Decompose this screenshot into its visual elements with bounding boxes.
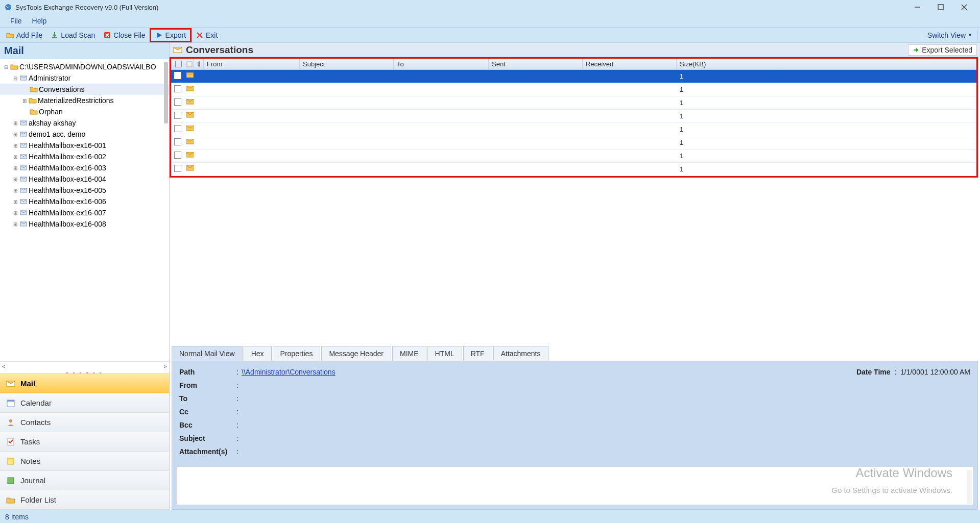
nav-notes[interactable]: Notes [0,452,169,471]
tree-hmb1[interactable]: ⊞ HealthMailbox-ex16-001 [0,140,169,151]
status-bar: 8 Items [0,510,980,523]
tree-orphan[interactable]: Orphan [0,106,169,117]
load-scan-button[interactable]: Load Scan [46,30,99,41]
tree-horizontal-scrollbar[interactable]: <> [0,361,169,370]
path-link[interactable]: \\Administrator\Conversations [242,368,336,376]
table-row[interactable]: 1 [171,136,976,150]
expand-icon[interactable]: ⊞ [12,210,18,216]
close-file-button[interactable]: Close File [99,30,149,41]
expand-icon[interactable]: ⊞ [12,199,18,205]
header-size[interactable]: Size(KB) [677,59,976,69]
expand-icon[interactable]: ⊞ [12,177,18,182]
exit-button[interactable]: Exit [192,30,222,41]
menu-help[interactable]: Help [27,15,52,27]
row-checkbox[interactable] [174,112,181,119]
nav-mail[interactable]: Mail [0,374,169,393]
add-file-button[interactable]: Add File [2,30,46,41]
header-attachment[interactable] [194,59,204,69]
exit-label: Exit [206,31,218,39]
tab-attachments[interactable]: Attachments [493,346,548,361]
tree-administrator[interactable]: ⊟ Administrator [0,72,169,84]
tree-hmb3[interactable]: ⊞ HealthMailbox-ex16-003 [0,162,169,173]
tab-html[interactable]: HTML [427,346,462,361]
expand-icon[interactable]: ⊞ [12,165,18,171]
row-checkbox[interactable] [174,125,181,132]
row-checkbox[interactable] [174,72,181,79]
tab-rtf[interactable]: RTF [463,346,492,361]
tree-label: Orphan [39,108,63,116]
header-to[interactable]: To [394,59,489,69]
tree-hmb8[interactable]: ⊞ HealthMailbox-ex16-008 [0,218,169,230]
header-received[interactable]: Received [583,59,677,69]
expand-icon[interactable]: ⊞ [12,132,18,137]
row-checkbox[interactable] [174,165,181,172]
tree-akshay[interactable]: ⊞ akshay akshay [0,117,169,129]
export-button[interactable]: Export [150,28,192,42]
email-grid: From Subject To Sent Received Size(KB) 1… [170,57,978,178]
tree-hmb7[interactable]: ⊞ HealthMailbox-ex16-007 [0,207,169,218]
row-checkbox[interactable] [174,98,181,106]
row-size: 1 [677,86,976,93]
header-from[interactable]: From [204,59,300,69]
table-row[interactable]: 1 [171,83,976,96]
expand-icon[interactable]: ⊞ [12,188,18,193]
table-row[interactable]: 1 [171,150,976,163]
svg-rect-2 [938,5,943,10]
path-label: Path [179,368,236,376]
collapse-icon[interactable]: ⊟ [12,76,18,81]
table-row[interactable]: 1 [171,96,976,110]
folder-tree: ⊟ C:\USERS\ADMIN\DOWNLOADS\MAILBO ⊟ Admi… [0,59,169,361]
tree-demo1[interactable]: ⊞ demo1 acc. demo [0,129,169,140]
folder-icon [30,108,38,116]
header-subject[interactable]: Subject [300,59,394,69]
expand-icon[interactable]: ⊞ [12,154,18,160]
body-scrollbar[interactable] [967,470,972,504]
nav-journal[interactable]: Journal [0,471,169,490]
row-checkbox[interactable] [174,152,181,159]
tab-hex[interactable]: Hex [244,346,272,361]
table-row[interactable]: 1 [171,123,976,136]
table-row[interactable]: 1 [171,110,976,123]
header-flag[interactable] [183,59,194,69]
expand-icon[interactable]: ⊞ [12,143,18,148]
tree-hmb6[interactable]: ⊞ HealthMailbox-ex16-006 [0,196,169,207]
svg-point-0 [5,4,11,10]
mail-icon [186,152,194,160]
tree-root[interactable]: ⊟ C:\USERS\ADMIN\DOWNLOADS\MAILBO [0,61,169,72]
export-selected-button[interactable]: Export Selected [908,44,977,56]
row-checkbox[interactable] [174,85,181,92]
menu-file[interactable]: File [5,15,27,27]
tab-message-header[interactable]: Message Header [321,346,391,361]
tree-conversations[interactable]: Conversations [0,84,169,95]
header-checkbox[interactable] [171,59,183,69]
tree-hmb2[interactable]: ⊞ HealthMailbox-ex16-002 [0,151,169,162]
tab-properties[interactable]: Properties [273,346,321,361]
header-sent[interactable]: Sent [489,59,583,69]
calendar-icon [6,399,15,408]
subject-label: Subject [179,434,236,442]
row-checkbox[interactable] [174,138,181,145]
switch-view-button[interactable]: Switch View ▼ [920,30,978,41]
tree-materialized[interactable]: ⊞ MaterializedRestrictions [0,95,169,106]
svg-point-23 [9,419,12,422]
tab-mime[interactable]: MIME [392,346,426,361]
expand-icon[interactable]: ⊞ [21,98,28,104]
table-row[interactable]: 1 [171,70,976,83]
tab-normal-view[interactable]: Normal Mail View [172,346,243,361]
expand-icon[interactable]: ⊞ [12,120,18,126]
minimize-button[interactable] [905,0,929,14]
tree-scrollbar[interactable] [164,62,168,123]
collapse-icon[interactable]: ⊟ [3,64,9,70]
nav-calendar[interactable]: Calendar [0,393,169,413]
expand-icon[interactable]: ⊞ [12,221,18,227]
maximize-button[interactable] [929,0,952,14]
nav-tasks[interactable]: Tasks [0,432,169,452]
table-row[interactable]: 1 [171,163,976,176]
nav-contacts[interactable]: Contacts [0,413,169,432]
tree-hmb4[interactable]: ⊞ HealthMailbox-ex16-004 [0,173,169,185]
conversations-icon [173,45,183,55]
exit-icon [196,31,204,39]
close-button[interactable] [952,0,976,14]
tree-hmb5[interactable]: ⊞ HealthMailbox-ex16-005 [0,185,169,196]
nav-folder-list[interactable]: Folder List [0,490,169,510]
